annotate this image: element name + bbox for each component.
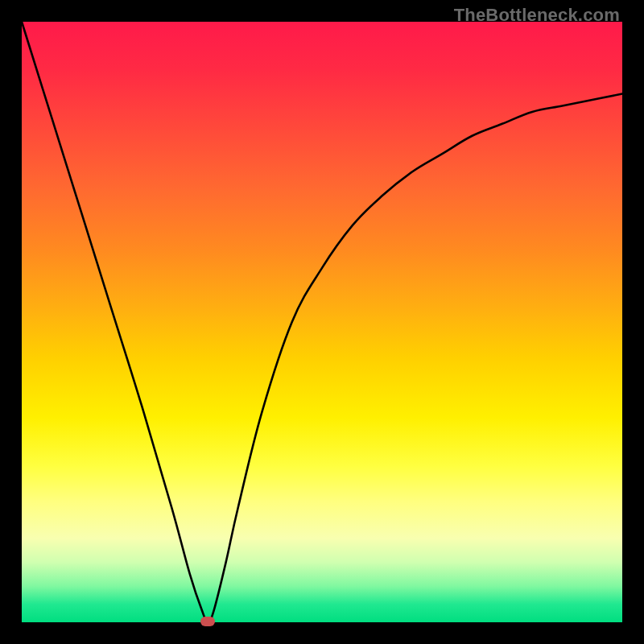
chart-frame: TheBottleneck.com (0, 0, 644, 644)
bottleneck-curve (22, 22, 622, 622)
minimum-marker (200, 617, 215, 626)
plot-area (22, 22, 622, 622)
curve-svg (22, 22, 622, 622)
